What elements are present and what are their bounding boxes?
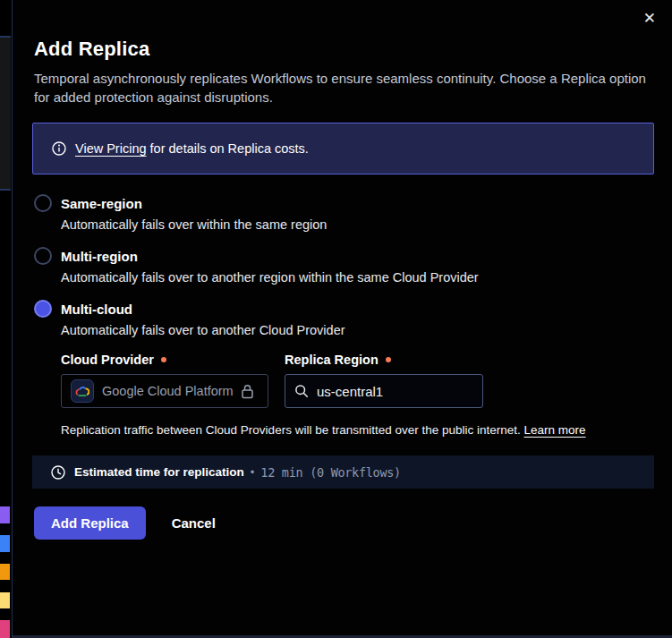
estimate-label: Estimated time for replication [74,465,244,479]
modal-title: Add Replica [34,38,654,61]
option-description: Automatically fails over to another Clou… [61,323,654,337]
info-icon [52,141,66,156]
cancel-button[interactable]: Cancel [172,515,216,531]
learn-more-link[interactable]: Learn more [524,423,586,437]
option-description: Automatically fails over to another regi… [61,270,654,285]
public-internet-note: Replication traffic between Cloud Provid… [61,423,654,437]
replica-option-group: Same-region Automatically fails over wit… [34,194,654,437]
background-panel [0,36,11,191]
replica-region-field[interactable] [285,374,483,408]
view-pricing-link[interactable]: View Pricing [75,141,147,156]
option-label: Same-region [61,196,142,211]
radio-button-icon[interactable] [34,300,52,318]
lock-icon [241,384,254,399]
cloud-provider-value: Google Cloud Platform [102,384,234,398]
background-stripe-yellow [0,592,10,608]
replica-region-input[interactable] [317,384,460,399]
estimate-banner: Estimated time for replication • 12 min … [32,455,654,489]
close-icon[interactable]: ✕ [640,7,659,30]
option-label: Multi-cloud [61,302,132,317]
background-stripe-pink [0,620,10,638]
background-stripe-blue [0,535,10,552]
option-multi-cloud: Multi-cloud Automatically fails over to … [34,300,654,437]
estimate-separator: • [251,465,255,479]
search-icon [294,384,309,398]
add-replica-button[interactable]: Add Replica [34,506,146,540]
option-description: Automatically fails over within the same… [61,217,654,232]
radio-button-icon[interactable] [34,194,52,212]
estimate-value: 12 min (0 Workflows) [260,465,401,480]
pricing-info-banner: View Pricing for details on Replica cost… [32,123,654,174]
modal-actions: Add Replica Cancel [34,506,654,540]
add-replica-modal: ✕ Add Replica Temporal asynchronously re… [12,0,672,638]
radio-multi-region[interactable]: Multi-region [34,247,654,265]
replica-region-label: Replica Region [285,353,391,367]
radio-multi-cloud[interactable]: Multi-cloud [34,300,654,318]
required-dot [161,357,166,362]
option-same-region: Same-region Automatically fails over wit… [34,194,654,232]
required-dot [386,357,391,362]
background-stripe-purple [0,506,10,523]
pricing-banner-text: View Pricing for details on Replica cost… [75,141,309,156]
cloud-provider-select[interactable]: Google Cloud Platform [61,374,268,408]
multi-cloud-form: Cloud Provider Replica Region [61,353,654,437]
modal-description: Temporal asynchronously replicates Workf… [34,69,651,106]
clock-icon [51,465,65,480]
radio-same-region[interactable]: Same-region [34,194,654,212]
gcp-logo-icon [71,379,94,403]
background-stripe-orange [0,564,10,580]
background-page-edge [0,0,12,638]
radio-button-icon[interactable] [34,247,52,265]
option-label: Multi-region [61,249,138,264]
option-multi-region: Multi-region Automatically fails over to… [34,247,654,285]
cloud-provider-label: Cloud Provider [61,353,285,367]
